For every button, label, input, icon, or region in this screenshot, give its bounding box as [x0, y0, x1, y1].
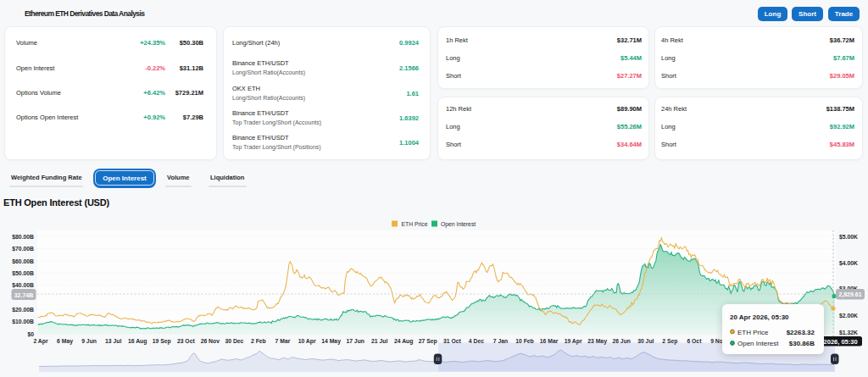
svg-text:9 Jun: 9 Jun: [81, 338, 97, 344]
svg-text:2 Feb: 2 Feb: [251, 338, 266, 344]
svg-text:$40.00B: $40.00B: [12, 282, 34, 289]
svg-text:$1.32K: $1.32K: [839, 330, 858, 336]
svg-text:10 Feb: 10 Feb: [515, 338, 534, 344]
svg-text:2,829.61: 2,829.61: [838, 291, 861, 298]
svg-text:21 Jul: 21 Jul: [371, 338, 387, 344]
svg-text:$10.00B: $10.00B: [12, 319, 34, 325]
svg-text:17 Jun: 17 Jun: [346, 338, 364, 344]
svg-text:Open Interest: Open Interest: [737, 340, 779, 347]
svg-text:19 Sep: 19 Sep: [153, 338, 171, 345]
svg-text:13 Jul: 13 Jul: [105, 338, 121, 344]
svg-text:$70.00B: $70.00B: [12, 246, 34, 252]
svg-text:ETH Price: ETH Price: [737, 329, 769, 336]
svg-text:32.74B: 32.74B: [14, 292, 34, 298]
svg-text:7 Mar: 7 Mar: [275, 338, 291, 344]
svg-text:2 Apr: 2 Apr: [33, 338, 47, 345]
svg-text:Open Interest: Open Interest: [441, 221, 476, 228]
svg-text:16 Mar: 16 Mar: [540, 338, 559, 344]
svg-text:$80.00B: $80.00B: [12, 234, 34, 241]
svg-text:31 Oct: 31 Oct: [443, 338, 462, 344]
svg-text:$4.00K: $4.00K: [839, 260, 858, 267]
svg-text:6 Oct: 6 Oct: [687, 338, 702, 344]
svg-text:26 Jun: 26 Jun: [612, 338, 631, 344]
svg-text:6 May: 6 May: [57, 338, 73, 345]
svg-text:ETH Price: ETH Price: [402, 221, 428, 227]
svg-text:27 Sep: 27 Sep: [419, 338, 437, 345]
svg-text:$2263.32: $2263.32: [787, 329, 815, 336]
svg-text:$50.00B: $50.00B: [12, 270, 34, 277]
svg-text:20 Apr 2026, 05:30: 20 Apr 2026, 05:30: [730, 313, 789, 321]
svg-text:$60.00B: $60.00B: [12, 258, 34, 265]
svg-text:7 Jan: 7 Jan: [493, 338, 508, 344]
svg-text:$20.00B: $20.00B: [12, 307, 34, 313]
svg-text:26 Nov: 26 Nov: [201, 338, 220, 344]
svg-text:4 Dec: 4 Dec: [469, 338, 484, 344]
svg-text:30 Jul: 30 Jul: [637, 338, 654, 344]
svg-text:$5.00K: $5.00K: [839, 234, 858, 241]
svg-text:23 Oct: 23 Oct: [177, 338, 196, 344]
svg-text:16 Aug: 16 Aug: [128, 338, 147, 345]
svg-text:$2.00K: $2.00K: [839, 313, 858, 319]
svg-text:14 May: 14 May: [321, 338, 341, 345]
svg-text:$30.86B: $30.86B: [789, 340, 815, 347]
svg-text:30 Dec: 30 Dec: [225, 338, 243, 344]
svg-text:24 Aug: 24 Aug: [394, 338, 413, 345]
svg-text:10 Apr: 10 Apr: [298, 338, 316, 345]
